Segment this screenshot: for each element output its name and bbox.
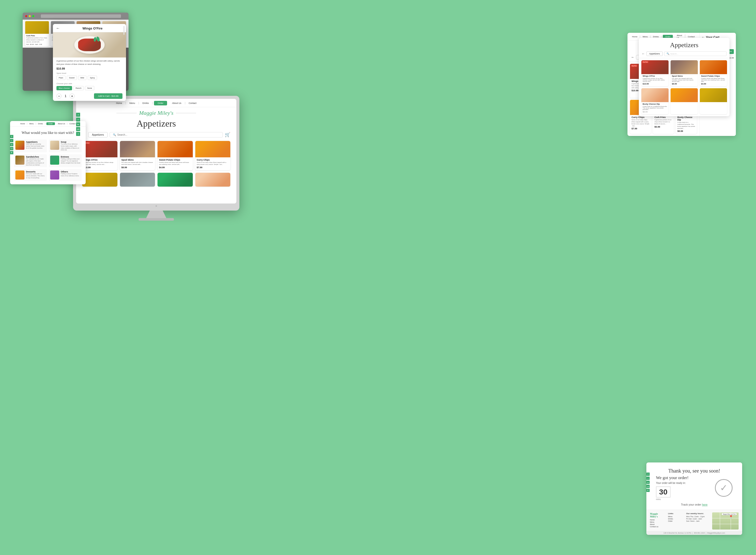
map-pin-icon: 📍 [729, 515, 733, 519]
social-yelp-icon[interactable]: yelp [76, 127, 80, 131]
imac-nav-home[interactable]: Home [112, 102, 126, 104]
ty-footer-link-drinks[interactable]: Drinks [668, 518, 684, 520]
imac-search-input[interactable] [117, 133, 220, 136]
ty-footer-link-menu[interactable]: Menu [650, 521, 666, 523]
ty-track-link[interactable]: here [702, 503, 708, 506]
imac-nav-about[interactable]: About Us [169, 102, 185, 104]
ty-footer-bottom-bar: 138 S Brachet St, Avenue, IL 61761 | 309… [646, 531, 742, 535]
cat-entrees[interactable]: Entrees Feeling crafting to blow your to… [49, 154, 82, 167]
modal-back-button[interactable]: ← [56, 26, 60, 31]
ty-social-tw[interactable]: t [646, 477, 650, 480]
start-social-ig[interactable]: in [10, 143, 13, 146]
start-nav-drinks[interactable]: Drinks [36, 123, 45, 125]
imac-item-curry[interactable]: Curry Chips Some of our tasty chips (fri… [195, 141, 231, 170]
start-social-tw[interactable]: t [10, 139, 13, 142]
ty-footer-link-about[interactable]: About [650, 523, 666, 525]
cat-others-name: Others [61, 170, 80, 173]
start-nav-about[interactable]: About Us [56, 123, 67, 125]
bg-item-1-desc: A generous portion of our chips (fries) … [26, 37, 48, 43]
imac-item-wings[interactable]: Top Pick Wings O'Fire A generous portion… [82, 141, 117, 170]
imac-cart-icon[interactable]: 🛒 [225, 132, 230, 137]
cat-sandwiches-name: Sandwiches [26, 156, 46, 158]
cat-sandwiches-desc: Our sandwiches are made with layers of t… [26, 158, 46, 166]
side-blue-cheese-btn[interactable]: Blue cheese [56, 86, 72, 90]
start-nav-order[interactable]: Order [46, 122, 55, 125]
item-curry-price: $7.99 [631, 127, 649, 130]
social-instagram-icon[interactable]: in [76, 122, 80, 126]
item-boxty-price: $8.99 [677, 130, 695, 132]
ty-track-text: Track your order here [653, 503, 735, 506]
modal-title: Wings O'Fire [62, 27, 123, 30]
social-facebook-icon[interactable]: f [76, 113, 80, 117]
nav-home[interactable]: Home [629, 36, 640, 38]
ty-footer: Maggie Miley's Home Menu About Contact u… [646, 510, 742, 531]
start-social-yelp[interactable]: yelp [10, 147, 13, 150]
cat-entrees-name: Entrees [61, 156, 80, 158]
item-curry-desc: Some of our tasty chips (fries) topped w… [631, 119, 649, 127]
start-nav-menu[interactable]: Menu [27, 123, 36, 125]
add-to-cart-button[interactable]: Add to Cart - $10.99 [94, 93, 123, 99]
ty-footer-link-menu2[interactable]: Menu [668, 516, 684, 517]
nav-drinks[interactable]: Drinks [650, 36, 661, 38]
imac-nav-drinks[interactable]: Drinks [139, 102, 153, 104]
imac-page-title: Appetizers [76, 117, 236, 131]
side-none-btn[interactable]: None [85, 86, 94, 90]
ty-social-yelp[interactable]: yelp [646, 485, 650, 488]
cat-soup-img [50, 141, 59, 150]
spice-spicy-btn[interactable]: Spicy [88, 76, 97, 80]
cat-desserts-name: Desserts [26, 170, 46, 173]
cat-others-desc: Feeling curious? Explore more of our del… [61, 173, 80, 177]
cat-desserts[interactable]: Desserts End your meals with our savory … [14, 169, 47, 181]
qty-increase-btn[interactable]: + [69, 93, 75, 98]
start-social-fs[interactable]: F [10, 151, 13, 154]
nav-contact[interactable]: Contact [685, 36, 697, 38]
bg-item-1-name: Cork Fries [26, 35, 48, 37]
imac-category-box[interactable]: Appetizers [88, 132, 108, 137]
side-label: Choose your side [53, 82, 126, 85]
back-arrow[interactable]: ← [631, 55, 634, 59]
start-social-fb[interactable]: f [10, 135, 13, 138]
cat-soup-desc: Try some of our delicious home-made soup… [61, 143, 80, 151]
ty-footer-link-contact[interactable]: Contact us [650, 526, 666, 527]
ty-body-text: Your order will be ready in: [656, 482, 715, 484]
ty-footer-link-order[interactable]: Order [668, 520, 684, 522]
spice-mild-btn[interactable]: Mild [78, 76, 86, 80]
cat-soup-name: Soup [61, 141, 80, 143]
ty-checkmark-icon: ✓ [715, 479, 733, 497]
start-social-bar: f t in yelp F [10, 135, 13, 154]
side-ranch-btn[interactable]: Ranch [73, 86, 84, 90]
spice-level-label: Spice level [53, 72, 126, 75]
qty-decrease-btn[interactable]: − [56, 93, 61, 98]
imac-nav-order[interactable]: Order [154, 101, 167, 105]
ty-footer-link-home[interactable]: Home [650, 519, 666, 521]
spice-options: Plain Sweet Mild Spicy [53, 75, 126, 82]
item-curry-name: Curry Chips [631, 116, 649, 119]
cat-appetizers-desc: Start with our amazing starter food and … [26, 143, 46, 149]
ty-map: 📍 Maggie Miley Irish Pub [712, 512, 739, 529]
imac-item-sweet[interactable]: Sweet Potato Chips Freshly sliced and de… [157, 141, 193, 170]
imac-nav-contact[interactable]: Contact [185, 102, 200, 104]
ty-hours-weekdays: Mon-Thu: 11am - 11pm [686, 516, 710, 517]
imac-menu-grid: Top Pick Wings O'Fire A generous portion… [76, 140, 236, 173]
cat-soup[interactable]: Soup Try some of our delicious home-made… [49, 139, 82, 152]
imac-item-spud[interactable]: Spud Skins Our skins are topped with Iri… [120, 141, 155, 170]
ty-social-fb[interactable]: f [646, 473, 650, 476]
imac-nav-menu[interactable]: Menu [126, 102, 139, 104]
cat-appetizers[interactable]: Appetizers Start with our amazing starte… [14, 139, 47, 152]
nav-menu[interactable]: Menu [640, 36, 650, 38]
start-nav-home[interactable]: Home [18, 123, 28, 125]
item-cork-desc: A generous portion of our chips (fries) … [654, 119, 672, 125]
spice-sweet-btn[interactable]: Sweet [67, 76, 77, 80]
spice-plain-btn[interactable]: Plain [56, 76, 65, 80]
ty-social-fs[interactable]: F [646, 489, 650, 492]
social-twitter-icon[interactable]: t [76, 118, 80, 122]
ty-social-ig[interactable]: in [646, 481, 650, 484]
cat-entrees-desc: Feeling crafting to blow your tongue? Tr… [61, 158, 80, 164]
cat-others[interactable]: Others Feeling curious? Explore more of … [49, 169, 82, 181]
cat-others-img [50, 170, 59, 179]
product-modal: ← Wings O'Fire A generous portion of our… [53, 24, 126, 101]
social-foursquare-icon[interactable]: f [76, 132, 80, 136]
item-boxty-desc: A wee treat on a traditional favourite. … [677, 122, 695, 129]
cat-sandwiches[interactable]: Sandwiches Our sandwiches are made with … [14, 154, 47, 167]
start-screen: f t in yelp F Home Menu Drinks Order Abo… [10, 121, 86, 184]
